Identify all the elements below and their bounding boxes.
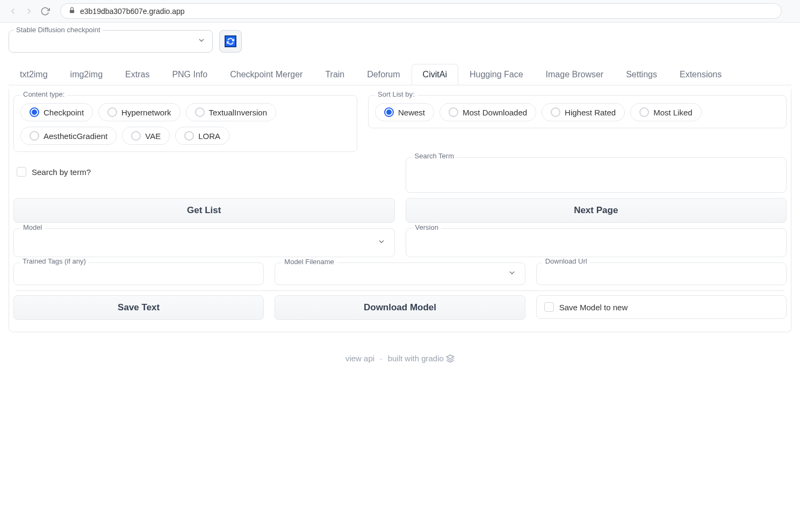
svg-rect-0 xyxy=(70,10,74,13)
tab-settings[interactable]: Settings xyxy=(615,64,668,85)
radio-icon xyxy=(30,107,39,117)
radio-label: Most Liked xyxy=(653,108,693,117)
tab-checkpoint-merger[interactable]: Checkpoint Merger xyxy=(219,64,314,85)
sort-by-group: Sort List by: Newest Most Downloaded Hig… xyxy=(368,95,787,128)
radio-hypernetwork[interactable]: Hypernetwork xyxy=(98,103,181,121)
search-by-term-label: Search by term? xyxy=(32,167,91,177)
chevron-down-icon xyxy=(197,36,206,47)
built-with-gradio-link[interactable]: built with gradio xyxy=(388,354,444,363)
view-api-link[interactable]: view api xyxy=(345,354,374,363)
search-by-term-checkbox[interactable]: Search by term? xyxy=(13,157,395,186)
radio-newest[interactable]: Newest xyxy=(375,103,434,121)
civitai-panel: Content type: Checkpoint Hypernetwork Te… xyxy=(9,90,791,332)
radio-label: Checkpoint xyxy=(44,108,84,117)
tab-png-info[interactable]: PNG Info xyxy=(161,64,219,85)
footer: view api · built with gradio xyxy=(9,332,791,375)
refresh-icon xyxy=(225,35,236,47)
tab-hugging-face[interactable]: Hugging Face xyxy=(458,64,535,85)
radio-highest-rated[interactable]: Highest Rated xyxy=(542,103,625,121)
version-label: Version xyxy=(413,223,441,231)
save-model-new-checkbox[interactable]: Save Model to new xyxy=(536,295,787,319)
radio-most-liked[interactable]: Most Liked xyxy=(630,103,702,121)
tab-civitai[interactable]: CivitAi xyxy=(412,64,458,85)
checkbox-icon xyxy=(17,167,26,177)
radio-icon xyxy=(131,131,141,141)
radio-icon xyxy=(107,107,117,117)
search-term-label: Search Term xyxy=(412,152,457,160)
nav-reload-button[interactable] xyxy=(40,6,51,17)
sort-by-label: Sort List by: xyxy=(375,90,417,98)
model-filename-label: Model Filename xyxy=(282,258,337,266)
radio-icon xyxy=(551,107,560,117)
checkbox-icon xyxy=(544,302,554,312)
content-type-label: Content type: xyxy=(20,90,67,98)
version-dropdown[interactable]: Version xyxy=(406,228,787,257)
gradio-icon xyxy=(446,354,455,365)
browser-bar: e3b19dba307b607e.gradio.app xyxy=(0,0,800,23)
download-url-label: Download Url xyxy=(543,257,590,265)
chevron-down-icon xyxy=(377,237,386,248)
footer-separator: · xyxy=(380,354,382,363)
main-tabs: txt2img img2img Extras PNG Info Checkpoi… xyxy=(9,63,791,85)
radio-textualinversion[interactable]: TextualInversion xyxy=(186,103,276,121)
radio-checkpoint[interactable]: Checkpoint xyxy=(20,103,93,121)
radio-icon xyxy=(30,131,39,141)
tab-img2img[interactable]: img2img xyxy=(59,64,114,85)
next-page-button[interactable]: Next Page xyxy=(406,198,787,223)
radio-label: Hypernetwork xyxy=(121,108,171,117)
tab-image-browser[interactable]: Image Browser xyxy=(535,64,615,85)
radio-most-downloaded[interactable]: Most Downloaded xyxy=(439,103,536,121)
trained-tags-label: Trained Tags (if any) xyxy=(20,257,89,265)
nav-back-button[interactable] xyxy=(8,6,18,17)
tab-train[interactable]: Train xyxy=(314,64,356,85)
radio-label: LORA xyxy=(198,132,220,141)
save-text-button[interactable]: Save Text xyxy=(13,295,264,320)
sd-checkpoint-label: Stable Diffusion checkpoint xyxy=(14,26,103,34)
radio-label: Highest Rated xyxy=(565,108,616,117)
svg-marker-1 xyxy=(446,355,453,359)
radio-vae[interactable]: VAE xyxy=(122,127,170,145)
radio-aestheticgradient[interactable]: AestheticGradient xyxy=(20,127,117,145)
tab-txt2img[interactable]: txt2img xyxy=(9,64,59,85)
radio-label: AestheticGradient xyxy=(44,132,107,141)
radio-icon xyxy=(195,107,205,117)
tab-deforum[interactable]: Deforum xyxy=(356,64,411,85)
lock-icon xyxy=(68,6,76,16)
radio-label: Most Downloaded xyxy=(463,108,527,117)
radio-icon xyxy=(639,107,649,117)
model-label: Model xyxy=(20,223,45,231)
get-list-button[interactable]: Get List xyxy=(13,198,395,223)
url-text: e3b19dba307b607e.gradio.app xyxy=(80,7,185,16)
content-type-group: Content type: Checkpoint Hypernetwork Te… xyxy=(13,95,357,152)
tab-extensions[interactable]: Extensions xyxy=(668,64,733,85)
model-dropdown[interactable]: Model xyxy=(13,228,395,257)
radio-label: VAE xyxy=(145,132,161,141)
radio-icon xyxy=(449,107,458,117)
tab-extras[interactable]: Extras xyxy=(114,64,161,85)
nav-forward-button[interactable] xyxy=(24,6,34,17)
radio-label: Newest xyxy=(398,108,425,117)
download-url-field[interactable]: Download Url xyxy=(536,263,787,285)
refresh-checkpoint-button[interactable] xyxy=(219,30,242,53)
radio-lora[interactable]: LORA xyxy=(175,127,229,145)
trained-tags-field[interactable]: Trained Tags (if any) xyxy=(13,263,264,285)
radio-label: TextualInversion xyxy=(209,108,267,117)
download-model-button[interactable]: Download Model xyxy=(275,295,525,320)
chevron-down-icon xyxy=(508,268,516,279)
radio-icon xyxy=(384,107,394,117)
sd-checkpoint-dropdown[interactable]: Stable Diffusion checkpoint xyxy=(9,30,213,53)
url-bar[interactable]: e3b19dba307b607e.gradio.app xyxy=(60,3,782,19)
save-model-new-label: Save Model to new xyxy=(559,303,628,312)
radio-icon xyxy=(184,131,194,141)
search-term-field[interactable]: Search Term xyxy=(406,157,787,193)
model-filename-dropdown[interactable]: Model Filename xyxy=(275,263,525,285)
